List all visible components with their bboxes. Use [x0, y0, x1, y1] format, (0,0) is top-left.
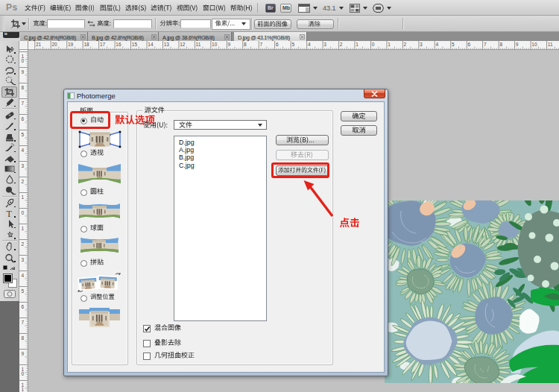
svg-text:4: 4: [22, 273, 25, 278]
svg-text:15: 15: [132, 42, 138, 47]
svg-text:4: 4: [308, 42, 311, 47]
svg-text:3: 3: [420, 42, 423, 47]
svg-text:11: 11: [196, 42, 201, 47]
svg-text:2: 2: [22, 241, 25, 247]
svg-text:20: 20: [52, 42, 58, 47]
svg-text:10: 10: [212, 42, 218, 47]
svg-text:8: 8: [22, 85, 25, 90]
svg-text:21: 21: [36, 42, 42, 47]
svg-text:13: 13: [164, 42, 170, 47]
svg-text:6: 6: [276, 42, 279, 47]
svg-text:1: 1: [356, 42, 359, 47]
svg-text:6: 6: [22, 304, 25, 309]
svg-text:1: 1: [388, 42, 391, 47]
svg-text:1: 1: [22, 226, 25, 231]
svg-text:7: 7: [22, 101, 25, 106]
svg-text:2: 2: [340, 42, 343, 47]
svg-text:12: 12: [180, 42, 186, 47]
svg-text:0: 0: [372, 42, 375, 47]
svg-text:2: 2: [404, 42, 407, 47]
svg-text:5: 5: [22, 288, 25, 294]
svg-text:1: 1: [22, 387, 25, 392]
svg-text:10: 10: [531, 42, 537, 47]
svg-text:7: 7: [22, 320, 25, 325]
svg-text:3: 3: [22, 163, 25, 168]
svg-text:8: 8: [499, 42, 502, 47]
svg-text:5: 5: [22, 132, 25, 137]
svg-text:19: 19: [68, 42, 74, 47]
svg-text:9: 9: [516, 42, 519, 47]
svg-text:14: 14: [148, 42, 154, 47]
svg-text:9: 9: [228, 42, 231, 47]
svg-text:1: 1: [22, 195, 25, 200]
svg-text:2: 2: [22, 179, 25, 184]
svg-text:0: 0: [22, 371, 25, 376]
svg-text:4: 4: [436, 42, 439, 47]
svg-text:3: 3: [22, 257, 25, 262]
svg-text:5: 5: [291, 42, 294, 47]
svg-text:4: 4: [22, 148, 25, 153]
svg-text:7: 7: [484, 42, 487, 47]
svg-text:0: 0: [22, 210, 25, 215]
svg-text:7: 7: [260, 42, 263, 47]
svg-text:18: 18: [83, 42, 89, 47]
svg-text:9: 9: [22, 351, 25, 356]
svg-text:9: 9: [22, 69, 25, 75]
svg-text:T: T: [7, 209, 13, 218]
svg-text:8: 8: [244, 42, 247, 47]
svg-text:0: 0: [22, 58, 25, 63]
svg-text:3: 3: [323, 42, 326, 47]
svg-text:8: 8: [22, 335, 25, 341]
svg-text:5: 5: [452, 42, 455, 47]
svg-text:17: 17: [100, 42, 106, 47]
svg-text:11: 11: [548, 42, 553, 47]
svg-text:6: 6: [468, 42, 471, 47]
svg-text:6: 6: [22, 116, 25, 121]
svg-text:16: 16: [116, 42, 121, 47]
